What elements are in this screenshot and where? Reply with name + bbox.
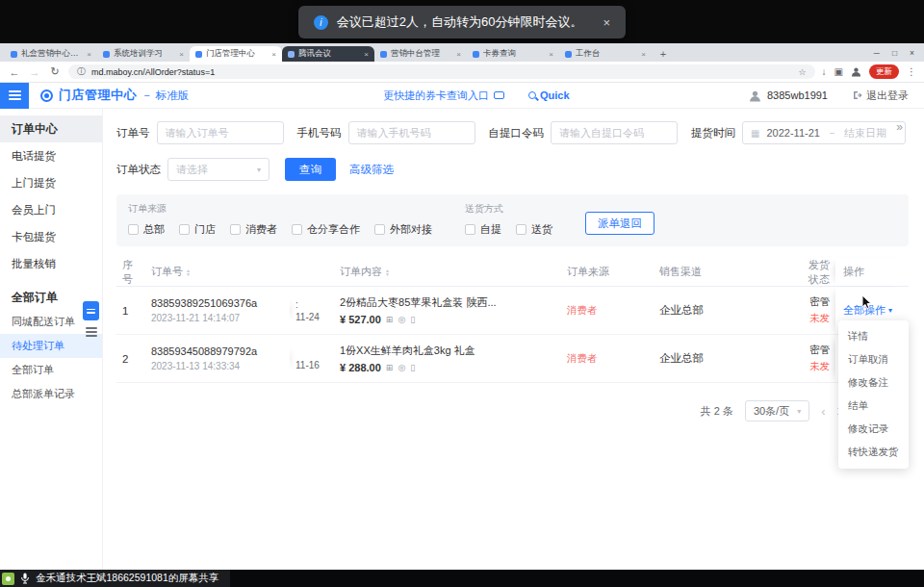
order-no-input[interactable] [157,121,284,144]
pickup-time-fragment: 11-16 [295,359,328,371]
checkbox-icon[interactable] [374,224,385,235]
quick-search-button[interactable]: Quick [528,89,570,101]
back-button[interactable]: ← [8,66,21,78]
bookmark-star-icon[interactable]: ☆ [798,67,806,77]
table-header-content[interactable]: 订单内容▲▼ [334,265,561,279]
total-count: 共 2 条 [701,404,733,419]
advanced-filter-link[interactable]: 高级筛选 [349,163,394,177]
delivery-method-option[interactable]: 自提 [465,222,501,237]
order-source-option[interactable]: 总部 [128,222,165,237]
maximize-button[interactable]: □ [892,48,897,58]
order-source-tag: 消费者 [567,304,598,316]
tab-close-icon[interactable]: × [364,50,369,59]
action-menu-item[interactable]: 修改备注 [838,371,909,395]
action-menu-item[interactable]: 修改记录 [838,418,909,441]
order-row: 183859389251069376a2023-11-21 14:14:07:1… [116,287,909,335]
ship-status-line2: 未发 [802,360,830,373]
menu-kebab-icon[interactable]: ⋮ [907,66,916,77]
checkbox-icon[interactable] [128,224,139,235]
sidebar-item[interactable]: 全部订单 [0,358,102,382]
phone-input[interactable] [348,121,475,144]
update-button[interactable]: 更新 [869,64,899,79]
action-menu-item[interactable]: 结单 [838,395,909,418]
browser-tab[interactable]: 工作台× [559,46,652,62]
ship-status-line2: 未发 [802,312,830,325]
order-status-select[interactable]: 请选择 ▾ [167,158,270,181]
search-button[interactable]: 查询 [285,158,336,181]
tab-close-icon[interactable]: × [549,50,553,59]
tab-close-icon[interactable]: × [271,50,276,59]
forward-button[interactable]: → [28,66,41,78]
date-range-picker[interactable]: ▦ 2022-11-21 － 结束日期 [742,121,906,144]
order-source-tag: 消费者 [567,352,598,364]
sort-icon[interactable]: ▲▼ [186,268,191,277]
delivery-method-option[interactable]: 送货 [516,222,552,237]
checkbox-icon[interactable] [292,224,302,235]
tab-close-icon[interactable]: × [641,50,646,59]
logout-button[interactable]: 退出登录 [853,89,909,103]
app-header: 门店管理中心 － 标准版 更快捷的券卡查询入口 Quick 8385wb1991 [0,83,924,109]
checkbox-icon[interactable] [465,224,475,235]
window-close-button[interactable]: × [910,48,914,58]
browser-tab[interactable]: 营销中台管理× [374,46,467,62]
browser-tab[interactable]: 礼盒营销中心管理中心× [5,46,97,62]
sort-down-icon[interactable]: ▼ [385,272,390,277]
minimize-button[interactable]: ─ [874,48,880,58]
app-title: 门店管理中心 [59,87,137,104]
tab-close-icon[interactable]: × [456,50,461,59]
sidebar-item[interactable]: 会员上门 [0,196,102,223]
browser-tab[interactable]: 卡券查询× [467,46,559,62]
browser-tab[interactable]: 腾讯会议× [282,46,374,62]
tab-close-icon[interactable]: × [179,50,184,59]
cell-order-no: 83859389251069376a2023-11-21 14:14:07 [145,297,290,323]
sort-down-icon[interactable]: ▼ [186,272,191,277]
order-source-option[interactable]: 消费者 [230,222,277,237]
date-start-value: 2022-11-21 [766,127,819,139]
cell-pickup-time: 11-16 [290,346,334,371]
page-size-select[interactable]: 30条/页 ▾ [745,400,809,421]
package-icon: ⊞ [386,363,394,372]
sidebar-toggle-icon[interactable] [86,327,97,337]
extensions-icon[interactable]: ▣ [834,66,843,77]
floating-shortcut-button[interactable] [83,301,99,320]
cell-order-source: 消费者 [561,304,654,318]
sidebar-item[interactable]: 上门提货 [0,169,102,196]
coupon-query-link[interactable]: 更快捷的券卡查询入口 [383,89,489,103]
cell-sales-channel: 企业总部 [654,303,796,318]
app-menu-button[interactable] [0,83,29,109]
sidebar-item[interactable]: 卡包提货 [0,223,102,250]
product-name: 1份XX生鲜羊肉礼盒3kg 礼盒 [340,344,555,358]
sort-icon[interactable]: ▲▼ [385,268,390,277]
sidebar-item[interactable]: 待处理订单 [0,334,102,358]
sidebar-item[interactable]: 批量核销 [0,250,102,277]
address-bar[interactable]: ⓘ md.maboy.cn/AllOrder?status=1 ☆ [68,64,815,79]
order-source-option[interactable]: 仓分享合作 [292,222,360,237]
pickup-code-input[interactable] [551,121,678,144]
delivery-method-group: 送货方式 自提送货 [465,202,552,237]
checkbox-icon[interactable] [230,224,241,235]
downloads-icon[interactable]: ↓ [822,66,827,77]
collapse-panel-button[interactable]: » [896,120,903,134]
sidebar-item[interactable]: 电话提货 [0,142,102,169]
tab-close-icon[interactable]: × [87,50,91,59]
table-header-order-no[interactable]: 订单号▲▼ [145,265,290,279]
action-menu-item[interactable]: 详情 [838,325,909,348]
checkbox-icon[interactable] [516,224,526,235]
checkbox-icon[interactable] [179,224,190,235]
dispatch-return-button[interactable]: 派单退回 [585,212,654,235]
action-menu-item[interactable]: 订单取消 [838,348,909,371]
action-menu-item[interactable]: 转快递发货 [838,441,909,464]
order-source-option[interactable]: 外部对接 [374,222,432,237]
toast-close-icon[interactable]: × [603,15,611,30]
header-label: 操作 [843,265,864,279]
delivery-method-options: 自提送货 [465,222,552,237]
profile-icon[interactable] [851,66,861,77]
site-info-icon[interactable]: ⓘ [77,65,86,78]
prev-page-button[interactable]: ‹ [821,404,825,419]
sidebar-item[interactable]: 总部派单记录 [0,382,102,406]
browser-tab[interactable]: 系统培训学习× [97,46,190,62]
reload-button[interactable]: ↻ [48,65,62,78]
new-tab-button[interactable]: + [655,46,671,62]
browser-tab[interactable]: 门店管理中心× [190,46,282,62]
order-source-option[interactable]: 门店 [179,222,216,237]
